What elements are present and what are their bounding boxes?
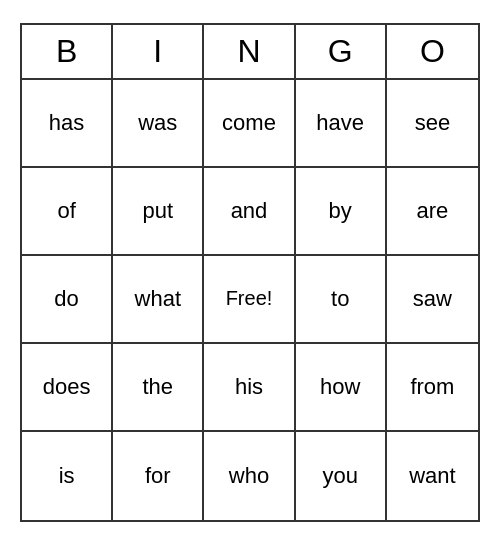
bingo-cell-10: do	[22, 256, 113, 344]
bingo-cell-22: who	[204, 432, 295, 520]
bingo-cell-19: from	[387, 344, 478, 432]
bingo-cell-24: want	[387, 432, 478, 520]
header-g: G	[296, 25, 387, 78]
bingo-cell-18: how	[296, 344, 387, 432]
bingo-cell-0: has	[22, 80, 113, 168]
bingo-cell-4: see	[387, 80, 478, 168]
bingo-cell-16: the	[113, 344, 204, 432]
bingo-cell-17: his	[204, 344, 295, 432]
bingo-cell-20: is	[22, 432, 113, 520]
bingo-cell-14: saw	[387, 256, 478, 344]
bingo-cell-23: you	[296, 432, 387, 520]
bingo-cell-1: was	[113, 80, 204, 168]
bingo-cell-7: and	[204, 168, 295, 256]
bingo-cell-9: are	[387, 168, 478, 256]
bingo-cell-15: does	[22, 344, 113, 432]
bingo-cell-8: by	[296, 168, 387, 256]
bingo-cell-2: come	[204, 80, 295, 168]
bingo-cell-3: have	[296, 80, 387, 168]
header-n: N	[204, 25, 295, 78]
bingo-cell-13: to	[296, 256, 387, 344]
bingo-cell-12: Free!	[204, 256, 295, 344]
bingo-cell-11: what	[113, 256, 204, 344]
bingo-cell-5: of	[22, 168, 113, 256]
header-i: I	[113, 25, 204, 78]
bingo-body: haswascomehaveseeofputandbyaredowhatFree…	[22, 80, 478, 520]
bingo-card: B I N G O haswascomehaveseeofputandbyare…	[20, 23, 480, 522]
header-o: O	[387, 25, 478, 78]
bingo-cell-21: for	[113, 432, 204, 520]
bingo-header: B I N G O	[22, 25, 478, 80]
bingo-cell-6: put	[113, 168, 204, 256]
header-b: B	[22, 25, 113, 78]
